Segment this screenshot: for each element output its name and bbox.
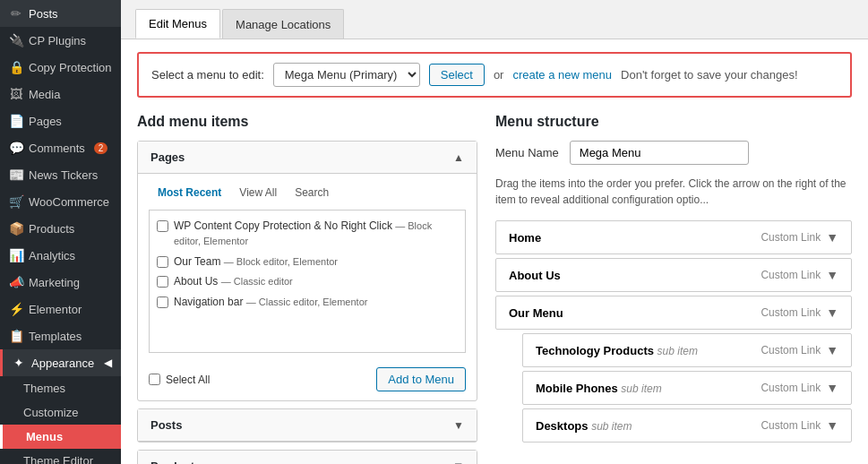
- sidebar-item-marketing-label: Marketing: [29, 276, 80, 289]
- sidebar-sub-theme-editor-label: Theme Editor: [23, 454, 93, 464]
- page-label-2: Our Team — Block editor, Elementor: [174, 254, 338, 270]
- content-area: Select a menu to edit: Mega Menu (Primar…: [121, 39, 868, 464]
- tab-view-all[interactable]: View All: [230, 183, 286, 202]
- right-panel: Menu structure Menu Name Drag the items …: [495, 114, 852, 446]
- menu-item-about-us-type: Custom Link: [761, 269, 821, 281]
- expand-home-icon[interactable]: ▼: [826, 230, 838, 245]
- products-icon: 📦: [9, 221, 23, 236]
- sidebar-item-woocommerce[interactable]: 🛒 WooCommerce: [0, 188, 121, 215]
- pages-accordion-title: Pages: [150, 150, 185, 164]
- media-icon: 🖼: [9, 87, 23, 101]
- pages-accordion-header[interactable]: Pages ▲: [138, 142, 477, 174]
- posts-accordion-title: Posts: [150, 418, 182, 432]
- expand-our-menu-icon[interactable]: ▼: [826, 305, 838, 320]
- comments-icon: 💬: [9, 141, 23, 155]
- add-menu-items-title: Add menu items: [137, 114, 477, 130]
- sidebar-sub-menus[interactable]: Menus: [0, 425, 121, 449]
- menu-item-mobile-right: Custom Link ▼: [761, 381, 838, 395]
- tab-search[interactable]: Search: [286, 183, 338, 202]
- sidebar-sub-themes-label: Themes: [23, 382, 65, 395]
- cp-plugins-icon: 🔌: [9, 33, 23, 47]
- create-new-menu-link[interactable]: create a new menu: [512, 68, 612, 82]
- page-checkbox-2[interactable]: [157, 256, 168, 268]
- sidebar-item-templates[interactable]: 📋 Templates: [0, 322, 121, 349]
- menu-item-desktops[interactable]: Desktops sub item Custom Link ▼: [522, 408, 852, 443]
- sidebar-item-posts[interactable]: ✏ Posts: [0, 0, 121, 27]
- left-panel: Add menu items Pages ▲ Most Recent View …: [137, 114, 477, 464]
- menu-item-technology-products[interactable]: Technology Products sub item Custom Link…: [522, 333, 852, 367]
- select-menu-label: Select a menu to edit:: [151, 68, 264, 82]
- tab-edit-menus[interactable]: Edit Menus: [135, 9, 220, 39]
- menu-name-input[interactable]: [570, 141, 749, 165]
- menu-item-mobile-type: Custom Link: [761, 382, 821, 394]
- pages-inner-tabs: Most Recent View All Search: [149, 183, 466, 202]
- expand-mobile-icon[interactable]: ▼: [826, 381, 838, 395]
- news-icon: 📰: [9, 168, 23, 182]
- expand-desktops-icon[interactable]: ▼: [826, 418, 838, 433]
- menu-item-mobile-phones[interactable]: Mobile Phones sub item Custom Link ▼: [522, 371, 852, 405]
- menu-item-desktops-label: Desktops sub item: [536, 419, 632, 433]
- menu-name-row: Menu Name: [495, 141, 852, 165]
- menu-item-our-menu[interactable]: Our Menu Custom Link ▼: [495, 296, 852, 330]
- sidebar-item-appearance-label: Appearance: [31, 357, 94, 370]
- menu-item-our-menu-label: Our Menu: [509, 306, 563, 320]
- menu-item-about-us-label: About Us: [509, 269, 561, 282]
- sidebar-item-elementor[interactable]: ⚡ Elementor: [0, 296, 121, 322]
- tab-most-recent[interactable]: Most Recent: [149, 183, 230, 202]
- products-accordion: Products ▼: [137, 450, 477, 464]
- sidebar-item-pages[interactable]: 📄 Pages: [0, 107, 121, 134]
- menu-item-about-us[interactable]: About Us Custom Link ▼: [495, 258, 852, 292]
- or-text: or: [494, 68, 504, 82]
- menu-item-home-type: Custom Link: [761, 231, 821, 244]
- expand-tech-icon[interactable]: ▼: [826, 343, 838, 357]
- two-column-layout: Add menu items Pages ▲ Most Recent View …: [137, 114, 852, 464]
- pages-accordion: Pages ▲ Most Recent View All Search W: [137, 141, 477, 401]
- select-all-label: Select All: [166, 374, 210, 386]
- menu-item-home-right: Custom Link ▼: [761, 230, 838, 245]
- main-content: Edit Menus Manage Locations Select a men…: [121, 0, 868, 464]
- sidebar-item-analytics[interactable]: 📊 Analytics: [0, 242, 121, 269]
- posts-accordion-header[interactable]: Posts ▼: [138, 409, 477, 442]
- menu-item-home[interactable]: Home Custom Link ▼: [495, 220, 852, 254]
- menu-item-our-menu-right: Custom Link ▼: [761, 305, 838, 320]
- page-label-1: WP Content Copy Protection & No Right Cl…: [174, 219, 458, 249]
- list-item: WP Content Copy Protection & No Right Cl…: [157, 216, 458, 252]
- menu-item-tech-type: Custom Link: [761, 344, 821, 357]
- page-checkbox-1[interactable]: [157, 220, 168, 232]
- menu-select-dropdown[interactable]: Mega Menu (Primary) Secondary Menu Foote…: [273, 63, 420, 87]
- page-checkbox-4[interactable]: [157, 296, 168, 308]
- sidebar-item-marketing[interactable]: 📣 Marketing: [0, 269, 121, 296]
- menu-item-our-menu-type: Custom Link: [761, 306, 821, 319]
- menu-item-desktops-right: Custom Link ▼: [761, 418, 838, 433]
- sidebar-sub-themes[interactable]: Themes: [0, 376, 121, 400]
- sidebar-item-news-tickers[interactable]: 📰 News Tickers: [0, 161, 121, 188]
- sidebar-item-cp-plugins[interactable]: 🔌 CP Plugins: [0, 27, 121, 54]
- posts-icon: ✏: [9, 6, 23, 21]
- sidebar-item-comments[interactable]: 💬 Comments 2: [0, 134, 121, 161]
- page-label-3: About Us — Classic editor: [174, 274, 293, 289]
- sidebar-item-products[interactable]: 📦 Products: [0, 215, 121, 242]
- select-all-wrap: Select All: [149, 374, 210, 386]
- sidebar-sub-menus-label: Menus: [26, 430, 63, 443]
- sidebar-sub-customize[interactable]: Customize: [0, 400, 121, 425]
- products-accordion-title: Products: [150, 460, 201, 464]
- sidebar-item-copy-protection[interactable]: 🔒 Copy Protection: [0, 54, 121, 81]
- page-checkbox-3[interactable]: [157, 276, 168, 288]
- select-button[interactable]: Select: [429, 64, 485, 86]
- add-to-menu-button[interactable]: Add to Menu: [376, 367, 466, 391]
- products-accordion-header[interactable]: Products ▼: [138, 451, 477, 464]
- appearance-icon: ✦: [12, 356, 26, 370]
- analytics-icon: 📊: [9, 248, 23, 262]
- tab-manage-locations[interactable]: Manage Locations: [222, 9, 344, 39]
- products-arrow-icon: ▼: [452, 460, 464, 464]
- menu-item-about-us-right: Custom Link ▼: [761, 268, 838, 282]
- select-all-checkbox[interactable]: [149, 374, 160, 385]
- sidebar-item-media[interactable]: 🖼 Media: [0, 81, 121, 107]
- menu-item-mobile-label: Mobile Phones sub item: [536, 382, 662, 395]
- woocommerce-icon: 🛒: [9, 194, 23, 209]
- sidebar-sub-theme-editor[interactable]: Theme Editor: [0, 449, 121, 464]
- sidebar-item-appearance[interactable]: ✦ Appearance ◀: [0, 349, 121, 376]
- list-item: Our Team — Block editor, Elementor: [157, 252, 458, 272]
- menu-item-tech-label: Technology Products sub item: [536, 344, 698, 357]
- expand-about-us-icon[interactable]: ▼: [826, 268, 838, 282]
